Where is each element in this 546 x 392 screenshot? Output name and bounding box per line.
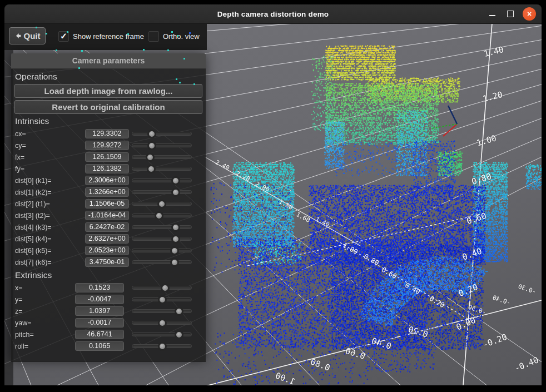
fx-slider[interactable] xyxy=(132,152,192,162)
roll-field[interactable]: 0.1065 xyxy=(75,341,124,351)
app-window: 1.401.201.000.800.600.400.200.00-0.20-0.… xyxy=(0,0,546,392)
x-row: x= 0.1523 xyxy=(11,283,206,292)
panel-body: Operations Load depth image from rawlog.… xyxy=(11,69,206,362)
close-button[interactable]: × xyxy=(523,7,536,21)
y-label: y= xyxy=(15,296,23,304)
extrinsics-rows: x= 0.1523 y= -0.0047 z= 1.0397 yaw= -0.0… xyxy=(11,283,206,351)
show-reference-frame-option[interactable]: ✓ Show reference frame xyxy=(58,31,144,42)
minimize-icon xyxy=(489,15,495,16)
cy-field[interactable]: 129.9272 xyxy=(85,141,129,150)
pitch-slider[interactable] xyxy=(132,330,192,339)
pitch-label: pitch= xyxy=(15,331,34,339)
yaw-label: yaw= xyxy=(15,319,32,327)
cx-field[interactable]: 129.3302 xyxy=(85,129,129,138)
fx-row: fx= 126.1509 xyxy=(11,152,206,162)
dist5-k4-field[interactable]: 2.6327e+00 xyxy=(85,234,129,244)
yaw-row: yaw= -0.0017 xyxy=(11,318,206,328)
maximize-icon xyxy=(507,11,514,17)
load-depth-image-button[interactable]: Load depth image from rawlog... xyxy=(14,84,202,98)
z-label: z= xyxy=(15,307,23,315)
dist5-k4-row: dist[5] (k4)= 2.6327e+00 xyxy=(11,234,206,244)
pointcloud-speck xyxy=(177,35,178,37)
x-slider[interactable] xyxy=(132,283,192,292)
pointcloud-speck xyxy=(36,27,37,28)
dist6-k5-field[interactable]: 2.0523e+00 xyxy=(85,246,129,255)
titlebar: Depth camera distortion demo × xyxy=(4,4,542,24)
operations-heading: Operations xyxy=(15,72,206,82)
dist0-k1-field[interactable]: 2.3006e+00 xyxy=(85,176,129,185)
fy-slider[interactable] xyxy=(132,164,192,173)
intrinsics-rows: cx= 129.3302 cy= 129.9272 fx= 126.1509 f… xyxy=(11,129,206,267)
extrinsics-heading: Extrinsics xyxy=(15,270,206,281)
dist2-t1-label: dist[2] (t1)= xyxy=(15,200,50,208)
x-field[interactable]: 0.1523 xyxy=(75,283,124,292)
z-field[interactable]: 1.0397 xyxy=(75,306,124,316)
y-row: y= -0.0047 xyxy=(11,295,206,304)
yaw-field[interactable]: -0.0017 xyxy=(75,318,124,328)
ortho-view-option[interactable]: Ortho. view xyxy=(148,31,200,42)
revert-calibration-button[interactable]: Revert to original calibration xyxy=(14,100,202,114)
z-row: z= 1.0397 xyxy=(11,306,206,316)
dist2-t1-slider[interactable] xyxy=(132,199,192,209)
quit-button[interactable]: Quit xyxy=(9,27,46,44)
dist3-t2-slider[interactable] xyxy=(132,211,192,220)
dist7-k6-row: dist[7] (k6)= 3.4750e-01 xyxy=(11,257,206,267)
dist7-k6-field[interactable]: 3.4750e-01 xyxy=(85,257,129,267)
pointcloud-speck xyxy=(183,58,185,59)
dist2-t1-row: dist[2] (t1)= 1.1506e-05 xyxy=(11,199,206,209)
cy-label: cy= xyxy=(15,142,26,150)
dist4-k3-row: dist[4] (k3)= 6.2427e-02 xyxy=(11,222,206,232)
pointcloud-speck xyxy=(193,83,195,85)
window-controls: × xyxy=(486,4,536,23)
yaw-slider[interactable] xyxy=(132,318,192,328)
cy-slider[interactable] xyxy=(132,141,192,150)
dist1-k2-field[interactable]: 1.3266e+00 xyxy=(85,187,129,197)
pointcloud-speck xyxy=(176,78,177,80)
dist4-k3-slider[interactable] xyxy=(132,222,192,232)
ortho-view-checkbox[interactable] xyxy=(148,31,159,42)
pitch-field[interactable]: 46.6741 xyxy=(75,330,124,339)
minimize-button[interactable] xyxy=(486,8,498,20)
cx-slider[interactable] xyxy=(132,129,192,138)
pointcloud-speck xyxy=(78,67,80,69)
dist1-k2-slider[interactable] xyxy=(132,187,192,197)
pointcloud-speck xyxy=(46,33,47,34)
dist3-t2-field[interactable]: -1.0164e-04 xyxy=(85,211,129,220)
pointcloud-speck xyxy=(179,82,181,83)
maximize-button[interactable] xyxy=(504,8,517,20)
fx-field[interactable]: 126.1509 xyxy=(85,152,129,162)
panel-header[interactable]: Camera parameters xyxy=(11,53,206,69)
dist7-k6-label: dist[7] (k6)= xyxy=(15,259,52,266)
show-reference-frame-label: Show reference frame xyxy=(73,32,144,41)
window-title: Depth camera distortion demo xyxy=(217,10,329,18)
close-icon: × xyxy=(527,9,532,18)
z-slider[interactable] xyxy=(132,306,192,316)
dist6-k5-label: dist[6] (k5)= xyxy=(15,247,52,255)
fy-field[interactable]: 126.1382 xyxy=(85,164,129,173)
dist6-k5-row: dist[6] (k5)= 2.0523e+00 xyxy=(11,246,206,255)
dist3-t2-label: dist[3] (t2)= xyxy=(15,212,50,220)
dist5-k4-label: dist[5] (k4)= xyxy=(15,235,52,243)
dist2-t1-field[interactable]: 1.1506e-05 xyxy=(85,199,129,209)
pointcloud-speck xyxy=(167,49,169,51)
cx-row: cx= 129.3302 xyxy=(11,129,206,138)
dist5-k4-slider[interactable] xyxy=(132,234,192,244)
x-label: x= xyxy=(15,284,23,292)
dist0-k1-label: dist[0] (k1)= xyxy=(15,177,52,185)
dist1-k2-label: dist[1] (k2)= xyxy=(15,188,52,196)
intrinsics-heading: Intrinsics xyxy=(15,116,206,127)
dist0-k1-row: dist[0] (k1)= 2.3006e+00 xyxy=(11,176,206,185)
dist6-k5-slider[interactable] xyxy=(132,246,192,255)
dist7-k6-slider[interactable] xyxy=(132,257,192,267)
y-field[interactable]: -0.0047 xyxy=(75,295,124,304)
dist4-k3-field[interactable]: 6.2427e-02 xyxy=(85,222,129,232)
pointcloud-speck xyxy=(67,31,68,33)
ortho-view-label: Ortho. view xyxy=(163,32,200,41)
dist0-k1-slider[interactable] xyxy=(132,176,192,185)
roll-label: roll= xyxy=(15,343,28,350)
cx-label: cx= xyxy=(15,130,26,138)
quit-label: Quit xyxy=(24,31,41,41)
roll-slider[interactable] xyxy=(132,341,192,351)
y-slider[interactable] xyxy=(132,295,192,304)
pointcloud-speck xyxy=(189,32,191,34)
